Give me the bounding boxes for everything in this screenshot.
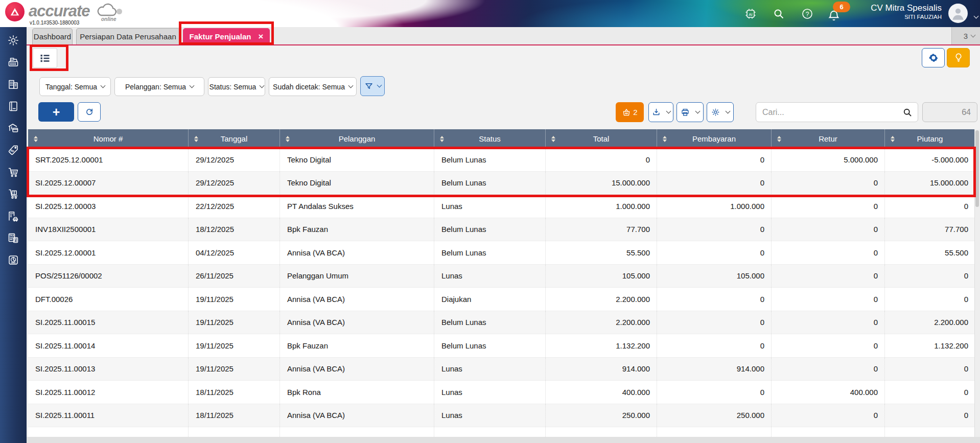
add-invoice-button[interactable]: + (38, 102, 74, 122)
cell-piutang[interactable]: 0 (884, 288, 975, 311)
cell-pelanggan[interactable]: Bpk Fauzan (279, 334, 434, 357)
tab-persiapan-data-perusahaan[interactable]: Persiapan Data Perusahaan (76, 28, 180, 44)
cell-status[interactable]: Lunas (434, 404, 545, 427)
sidebar-item-settings[interactable] (7, 34, 20, 46)
sort-icon[interactable] (34, 136, 38, 142)
table-row[interactable]: SI.2025.11.00014 19/11/2025 Bpk Fauzan B… (28, 334, 975, 358)
column-header[interactable]: Total (545, 129, 657, 148)
account-info[interactable]: CV Mitra Spesialis SITI FAUZIAH (871, 3, 942, 20)
advanced-filter-button[interactable] (360, 76, 385, 96)
cell-pelanggan[interactable]: Bpk Fauzan (279, 218, 434, 241)
cell-total[interactable]: 77.700 (545, 218, 657, 241)
sidebar-item-sales[interactable]: Rp (7, 144, 20, 156)
cell-pembayaran[interactable]: 0 (657, 148, 771, 171)
cell-status[interactable]: Lunas (434, 358, 545, 381)
column-header[interactable]: Pembayaran (657, 129, 771, 148)
cell-tanggal[interactable]: 18/12/2025 (188, 218, 279, 241)
cell-piutang[interactable]: 55.500 (884, 241, 975, 264)
cell-nomor[interactable]: INV18XII2500001 (28, 218, 188, 241)
list-view-button[interactable] (33, 48, 57, 68)
cell-pembayaran[interactable]: 0 (657, 241, 771, 264)
sidebar-item-company[interactable] (7, 78, 20, 90)
cell-total[interactable]: 55.500 (545, 241, 657, 264)
cell-pembayaran[interactable]: 105.000 (657, 265, 771, 288)
cell-tanggal[interactable]: 04/12/2025 (188, 241, 279, 264)
column-header[interactable]: Status (434, 129, 545, 148)
cell-nomor[interactable]: SI.2025.11.00013 (28, 358, 188, 381)
cell-pelanggan[interactable]: Annisa (VA BCA) (279, 311, 434, 334)
table-row[interactable]: SI.2025.11.00011 18/11/2025 Annisa (VA B… (28, 404, 975, 428)
cell-total[interactable]: 1.132.200 (545, 334, 657, 357)
cell-tanggal[interactable]: 19/11/2025 (188, 288, 279, 311)
cell-status[interactable]: Lunas (434, 265, 545, 288)
cell-pembayaran[interactable]: 0 (657, 381, 771, 404)
cell-piutang[interactable]: 77.700 (884, 218, 975, 241)
cell-tanggal[interactable]: 18/11/2025 (188, 404, 279, 427)
cell-pelanggan[interactable]: Annisa (VA BCA) (279, 241, 434, 264)
sidebar-item-report[interactable] (7, 254, 20, 266)
cell-piutang[interactable]: 2.200.000 (884, 311, 975, 334)
cell-status[interactable]: Lunas (434, 195, 545, 218)
cell-status[interactable]: Belum Lunas (434, 172, 545, 195)
cell-tanggal[interactable]: 19/11/2025 (188, 334, 279, 357)
column-header[interactable]: Pelanggan (279, 129, 434, 148)
cell-nomor[interactable]: SI.2025.11.00015 (28, 311, 188, 334)
table-row[interactable]: SI.2025.11.00012 18/11/2025 Bpk Rona Lun… (28, 381, 975, 404)
cell-piutang[interactable]: 0 (884, 358, 975, 381)
cell-piutang[interactable]: 0 (884, 404, 975, 427)
table-row[interactable]: POS/251126/00002 26/11/2025 Pelanggan Um… (28, 265, 975, 288)
cell-nomor[interactable]: POS/251126/00002 (28, 265, 188, 288)
column-header[interactable]: Tanggal (188, 129, 279, 148)
cell-total[interactable]: 250.000 (545, 404, 657, 427)
cell-retur[interactable]: 0 (771, 288, 884, 311)
search-icon[interactable] (902, 107, 913, 118)
search-input[interactable] (756, 108, 902, 117)
cell-nomor[interactable]: DFT.00026 (28, 288, 188, 311)
cell-nomor[interactable]: SI.2025.11.00012 (28, 381, 188, 404)
cell-total[interactable]: 2.200.000 (545, 288, 657, 311)
tab-faktur-penjualan[interactable]: Faktur Penjualan × (183, 28, 270, 44)
sidebar-item-ledger[interactable] (7, 100, 20, 112)
sidebar-item-purchase[interactable] (7, 166, 20, 178)
scrollbar-thumb[interactable] (975, 130, 979, 207)
cell-piutang[interactable]: 1.132.200 (884, 334, 975, 357)
cell-piutang[interactable]: 15.000.000 (884, 172, 975, 195)
cell-nomor[interactable]: SRT.2025.12.00001 (28, 148, 188, 171)
sidebar-item-cashier[interactable] (7, 56, 20, 68)
sort-icon[interactable] (551, 136, 555, 142)
tab-close-icon[interactable]: × (258, 32, 263, 41)
sidebar-item-cash-bank[interactable] (7, 122, 20, 134)
cell-tanggal[interactable]: 19/11/2025 (188, 358, 279, 381)
cell-status[interactable]: Belum Lunas (434, 241, 545, 264)
cell-pelanggan[interactable]: Annisa (VA BCA) (279, 288, 434, 311)
table-row[interactable]: SI.2025.11.00015 19/11/2025 Annisa (VA B… (28, 311, 975, 335)
cell-pelanggan[interactable]: Bpk Rona (279, 381, 434, 404)
sidebar-item-inventory[interactable] (7, 188, 20, 200)
cell-pembayaran[interactable]: 1.000.000 (657, 195, 771, 218)
cell-retur[interactable]: 0 (771, 172, 884, 195)
ai-assistant-icon[interactable]: AI (743, 7, 758, 21)
cell-nomor[interactable]: SI.2025.12.00007 (28, 172, 188, 195)
cell-total[interactable]: 2.200.000 (545, 311, 657, 334)
cell-pembayaran[interactable]: 250.000 (657, 404, 771, 427)
cell-pembayaran[interactable]: 0 (657, 334, 771, 357)
print-button[interactable] (676, 102, 704, 122)
table-row[interactable]: SI.2025.12.00003 22/12/2025 PT Andalas S… (28, 195, 975, 218)
filter-status-dropdown[interactable]: Status: Semua (208, 77, 265, 96)
sort-icon[interactable] (440, 136, 444, 142)
cell-tanggal[interactable]: 18/11/2025 (188, 381, 279, 404)
sort-icon[interactable] (777, 136, 781, 142)
sort-icon[interactable] (286, 136, 290, 142)
cell-total[interactable]: 914.000 (545, 358, 657, 381)
cell-retur[interactable]: 400.000 (771, 381, 884, 404)
sidebar-item-tax[interactable]: TAX (7, 232, 20, 244)
cell-pembayaran[interactable]: 0 (657, 288, 771, 311)
cell-status[interactable]: Belum Lunas (434, 148, 545, 171)
cell-nomor[interactable]: SI.2025.12.00001 (28, 241, 188, 264)
notification-count-badge[interactable]: 6 (833, 2, 850, 12)
cell-pembayaran[interactable]: 0 (657, 172, 771, 195)
table-row[interactable]: SI.2025.11.00013 19/11/2025 Annisa (VA B… (28, 358, 975, 381)
cell-retur[interactable]: 5.000.000 (771, 148, 884, 171)
cell-retur[interactable]: 0 (771, 404, 884, 427)
sidebar-item-fixed-asset[interactable] (7, 210, 20, 222)
